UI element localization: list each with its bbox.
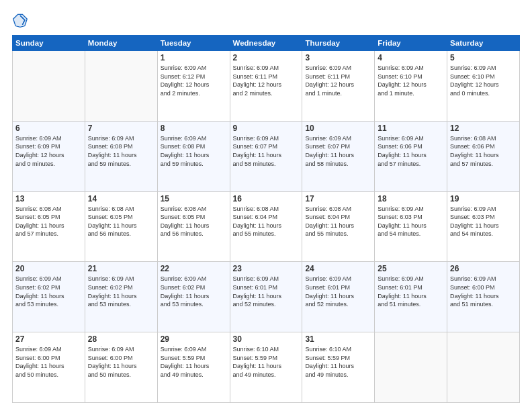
- day-number: 17: [305, 194, 371, 203]
- day-number: 24: [305, 264, 371, 273]
- cell-info: Sunrise: 6:08 AM Sunset: 6:04 PM Dayligh…: [233, 205, 300, 238]
- day-number: 16: [233, 194, 300, 203]
- calendar-cell: 30Sunrise: 6:10 AM Sunset: 5:59 PM Dayli…: [230, 332, 302, 403]
- calendar-header-thursday: Thursday: [302, 36, 375, 51]
- day-number: 28: [88, 334, 154, 344]
- cell-info: Sunrise: 6:09 AM Sunset: 5:59 PM Dayligh…: [161, 345, 227, 379]
- calendar-cell: 5Sunrise: 6:09 AM Sunset: 6:10 PM Daylig…: [447, 51, 520, 122]
- cell-info: Sunrise: 6:10 AM Sunset: 5:59 PM Dayligh…: [233, 345, 300, 379]
- cell-info: Sunrise: 6:09 AM Sunset: 6:01 PM Dayligh…: [233, 275, 300, 308]
- cell-info: Sunrise: 6:08 AM Sunset: 6:05 PM Dayligh…: [15, 205, 82, 238]
- cell-info: Sunrise: 6:09 AM Sunset: 6:02 PM Dayligh…: [15, 275, 82, 308]
- calendar-week-row: 20Sunrise: 6:09 AM Sunset: 6:02 PM Dayli…: [13, 262, 520, 332]
- calendar-cell: 3Sunrise: 6:09 AM Sunset: 6:11 PM Daylig…: [302, 51, 375, 122]
- calendar-cell: 8Sunrise: 6:09 AM Sunset: 6:08 PM Daylig…: [157, 121, 230, 191]
- cell-info: Sunrise: 6:09 AM Sunset: 6:09 PM Dayligh…: [15, 134, 82, 168]
- calendar-cell: 31Sunrise: 6:10 AM Sunset: 5:59 PM Dayli…: [302, 332, 375, 403]
- day-number: 27: [15, 334, 82, 344]
- day-number: 6: [15, 124, 82, 133]
- calendar-cell: 18Sunrise: 6:09 AM Sunset: 6:03 PM Dayli…: [375, 191, 447, 262]
- cell-info: Sunrise: 6:09 AM Sunset: 6:07 PM Dayligh…: [305, 134, 371, 168]
- header: [12, 12, 520, 28]
- cell-info: Sunrise: 6:09 AM Sunset: 6:07 PM Dayligh…: [233, 134, 300, 168]
- cell-info: Sunrise: 6:09 AM Sunset: 6:08 PM Dayligh…: [88, 134, 154, 168]
- day-number: 2: [233, 53, 300, 62]
- day-number: 25: [378, 264, 444, 273]
- cell-info: Sunrise: 6:09 AM Sunset: 6:02 PM Dayligh…: [161, 275, 227, 308]
- calendar-cell: 10Sunrise: 6:09 AM Sunset: 6:07 PM Dayli…: [302, 121, 375, 191]
- cell-info: Sunrise: 6:09 AM Sunset: 6:06 PM Dayligh…: [378, 134, 444, 168]
- calendar-week-row: 13Sunrise: 6:08 AM Sunset: 6:05 PM Dayli…: [13, 191, 520, 262]
- calendar-cell: 13Sunrise: 6:08 AM Sunset: 6:05 PM Dayli…: [13, 191, 85, 262]
- calendar-cell: 17Sunrise: 6:08 AM Sunset: 6:04 PM Dayli…: [302, 191, 375, 262]
- calendar-cell: 4Sunrise: 6:09 AM Sunset: 6:10 PM Daylig…: [375, 51, 447, 122]
- calendar-cell: 6Sunrise: 6:09 AM Sunset: 6:09 PM Daylig…: [13, 121, 85, 191]
- cell-info: Sunrise: 6:08 AM Sunset: 6:06 PM Dayligh…: [450, 134, 517, 168]
- calendar-cell: 1Sunrise: 6:09 AM Sunset: 6:12 PM Daylig…: [157, 51, 230, 122]
- calendar-cell: 25Sunrise: 6:09 AM Sunset: 6:01 PM Dayli…: [375, 262, 447, 332]
- calendar-cell: [447, 332, 520, 403]
- cell-info: Sunrise: 6:09 AM Sunset: 6:10 PM Dayligh…: [450, 64, 517, 97]
- cell-info: Sunrise: 6:09 AM Sunset: 6:08 PM Dayligh…: [161, 134, 227, 168]
- cell-info: Sunrise: 6:08 AM Sunset: 6:05 PM Dayligh…: [88, 205, 154, 238]
- calendar-cell: 28Sunrise: 6:09 AM Sunset: 6:00 PM Dayli…: [85, 332, 157, 403]
- cell-info: Sunrise: 6:09 AM Sunset: 6:00 PM Dayligh…: [88, 345, 154, 379]
- calendar-cell: 26Sunrise: 6:09 AM Sunset: 6:00 PM Dayli…: [447, 262, 520, 332]
- logo: [12, 12, 31, 28]
- cell-info: Sunrise: 6:09 AM Sunset: 6:11 PM Dayligh…: [305, 64, 371, 97]
- calendar-header-monday: Monday: [85, 36, 157, 51]
- calendar-cell: [85, 51, 157, 122]
- day-number: 13: [15, 194, 82, 203]
- cell-info: Sunrise: 6:09 AM Sunset: 6:03 PM Dayligh…: [378, 205, 444, 238]
- cell-info: Sunrise: 6:08 AM Sunset: 6:05 PM Dayligh…: [161, 205, 227, 238]
- day-number: 15: [161, 194, 227, 203]
- calendar-cell: 29Sunrise: 6:09 AM Sunset: 5:59 PM Dayli…: [157, 332, 230, 403]
- calendar-cell: 27Sunrise: 6:09 AM Sunset: 6:00 PM Dayli…: [13, 332, 85, 403]
- cell-info: Sunrise: 6:09 AM Sunset: 6:00 PM Dayligh…: [15, 345, 82, 379]
- day-number: 9: [233, 124, 300, 133]
- cell-info: Sunrise: 6:09 AM Sunset: 6:12 PM Dayligh…: [161, 64, 227, 97]
- calendar-cell: 20Sunrise: 6:09 AM Sunset: 6:02 PM Dayli…: [13, 262, 85, 332]
- day-number: 12: [450, 124, 517, 133]
- day-number: 11: [378, 124, 444, 133]
- cell-info: Sunrise: 6:09 AM Sunset: 6:01 PM Dayligh…: [305, 275, 371, 308]
- calendar-cell: 2Sunrise: 6:09 AM Sunset: 6:11 PM Daylig…: [230, 51, 302, 122]
- day-number: 8: [161, 124, 227, 133]
- calendar-header-row: SundayMondayTuesdayWednesdayThursdayFrid…: [13, 36, 520, 51]
- calendar-cell: 11Sunrise: 6:09 AM Sunset: 6:06 PM Dayli…: [375, 121, 447, 191]
- day-number: 29: [161, 334, 227, 344]
- calendar-header-saturday: Saturday: [447, 36, 520, 51]
- cell-info: Sunrise: 6:10 AM Sunset: 5:59 PM Dayligh…: [305, 345, 371, 379]
- cell-info: Sunrise: 6:09 AM Sunset: 6:02 PM Dayligh…: [88, 275, 154, 308]
- day-number: 18: [378, 194, 444, 203]
- day-number: 22: [161, 264, 227, 273]
- calendar-week-row: 27Sunrise: 6:09 AM Sunset: 6:00 PM Dayli…: [13, 332, 520, 403]
- calendar-header-friday: Friday: [375, 36, 447, 51]
- day-number: 10: [305, 124, 371, 133]
- calendar-cell: [13, 51, 85, 122]
- day-number: 31: [305, 334, 371, 344]
- day-number: 23: [233, 264, 300, 273]
- calendar-header-tuesday: Tuesday: [157, 36, 230, 51]
- calendar-cell: 19Sunrise: 6:09 AM Sunset: 6:03 PM Dayli…: [447, 191, 520, 262]
- day-number: 19: [450, 194, 517, 203]
- cell-info: Sunrise: 6:09 AM Sunset: 6:10 PM Dayligh…: [378, 64, 444, 97]
- cell-info: Sunrise: 6:09 AM Sunset: 6:11 PM Dayligh…: [233, 64, 300, 97]
- calendar-cell: 24Sunrise: 6:09 AM Sunset: 6:01 PM Dayli…: [302, 262, 375, 332]
- calendar-cell: 9Sunrise: 6:09 AM Sunset: 6:07 PM Daylig…: [230, 121, 302, 191]
- day-number: 3: [305, 53, 371, 62]
- day-number: 21: [88, 264, 154, 273]
- day-number: 20: [15, 264, 82, 273]
- cell-info: Sunrise: 6:08 AM Sunset: 6:04 PM Dayligh…: [305, 205, 371, 238]
- calendar-week-row: 1Sunrise: 6:09 AM Sunset: 6:12 PM Daylig…: [13, 51, 520, 122]
- calendar-header-sunday: Sunday: [13, 36, 85, 51]
- day-number: 7: [88, 124, 154, 133]
- calendar-header-wednesday: Wednesday: [230, 36, 302, 51]
- day-number: 14: [88, 194, 154, 203]
- day-number: 1: [161, 53, 227, 62]
- calendar-cell: 7Sunrise: 6:09 AM Sunset: 6:08 PM Daylig…: [85, 121, 157, 191]
- calendar-table: SundayMondayTuesdayWednesdayThursdayFrid…: [12, 35, 520, 403]
- day-number: 30: [233, 334, 300, 344]
- day-number: 26: [450, 264, 517, 273]
- logo-icon: [12, 12, 28, 28]
